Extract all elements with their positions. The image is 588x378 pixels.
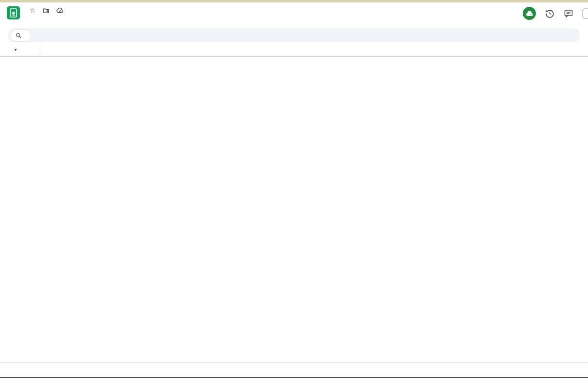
comment-history-icon[interactable] bbox=[564, 9, 573, 18]
cropped-toolbar-icon bbox=[582, 8, 588, 19]
search-icon bbox=[15, 32, 22, 39]
move-folder-icon[interactable] bbox=[42, 7, 50, 14]
name-box-caret-icon: ▼ bbox=[14, 48, 18, 52]
sheets-logo-icon[interactable] bbox=[7, 6, 20, 19]
formula-bar: ▼ bbox=[0, 43, 588, 57]
sheet-tab-bar bbox=[0, 362, 588, 377]
titlebar: ☆ bbox=[0, 2, 588, 28]
extension-badge-icon[interactable] bbox=[523, 7, 536, 20]
star-icon[interactable]: ☆ bbox=[30, 6, 36, 14]
name-box[interactable]: ▼ bbox=[0, 48, 37, 52]
google-sheets-app: ☆ bbox=[0, 0, 588, 378]
menus-search-button[interactable] bbox=[11, 30, 31, 41]
toolbar bbox=[8, 28, 580, 42]
version-history-icon[interactable] bbox=[545, 8, 555, 18]
cloud-status-icon[interactable] bbox=[56, 7, 64, 14]
